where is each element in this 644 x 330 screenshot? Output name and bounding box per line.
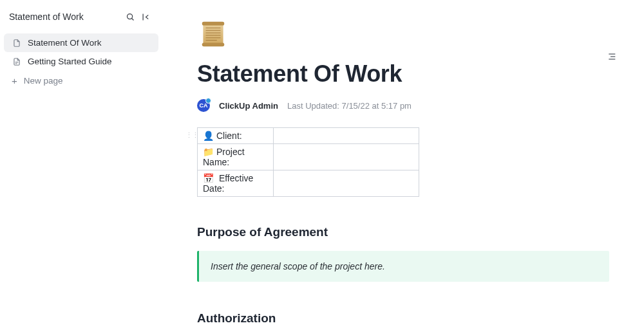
meta-cell-label[interactable]: 📁Project Name: [198, 144, 274, 170]
table-row[interactable]: 👤Client: [198, 128, 419, 144]
metadata-table[interactable]: 👤Client: 📁Project Name: 📅 Effective Date… [197, 127, 419, 197]
section-heading[interactable]: Authorization [197, 311, 609, 325]
new-page-button[interactable]: + New page [4, 72, 158, 89]
app-root: Statement of Work Statement Of Work Gett… [0, 0, 644, 330]
sidebar-item-label: Getting Started Guide [28, 57, 112, 66]
meta-cell-label[interactable]: 👤Client: [198, 128, 274, 144]
plus-icon: + [12, 76, 17, 86]
page-title[interactable]: Statement Of Work [197, 60, 609, 87]
svg-rect-11 [202, 42, 225, 46]
sidebar-list: Statement Of Work Getting Started Guide … [0, 31, 162, 92]
sidebar-item-getting-started[interactable]: Getting Started Guide [4, 52, 158, 71]
drag-handle-icon[interactable]: ⋮⋮ [185, 131, 198, 140]
meta-cell-value[interactable] [274, 170, 419, 197]
avatar[interactable]: CA [197, 99, 210, 112]
table-row[interactable]: 📁Project Name: [198, 144, 419, 170]
person-icon: 👤 [203, 131, 214, 141]
new-page-label: New page [24, 76, 63, 86]
page-meta: CA ClickUp Admin Last Updated: 7/15/22 a… [197, 99, 609, 112]
page-content: Statement Of Work CA ClickUp Admin Last … [197, 0, 609, 330]
svg-line-1 [131, 18, 133, 20]
meta-cell-value[interactable] [274, 144, 419, 170]
svg-rect-10 [202, 22, 225, 26]
author-name[interactable]: ClickUp Admin [219, 101, 278, 111]
page-emoji-scroll-icon[interactable] [198, 19, 228, 49]
collapse-sidebar-icon[interactable] [138, 9, 153, 24]
sidebar-item-label: Statement Of Work [28, 38, 102, 48]
section-heading[interactable]: Purpose of Agreement [197, 225, 609, 239]
workspace-title[interactable]: Statement of Work [9, 12, 122, 22]
svg-rect-9 [204, 23, 223, 46]
section-authorization: Authorization 👆 This is the section wher… [197, 311, 609, 330]
main-area: Statement Of Work CA ClickUp Admin Last … [162, 0, 644, 330]
meta-cell-value[interactable] [274, 128, 419, 144]
folder-icon: 📁 [203, 147, 214, 157]
callout-text: Insert the general scope of the project … [211, 260, 385, 273]
calendar-icon: 📅 [203, 173, 214, 183]
svg-point-0 [127, 14, 132, 19]
metadata-table-wrapper: ⋮⋮ 👤Client: 📁Project Name: 📅 Effective D… [197, 127, 609, 197]
table-row[interactable]: 📅 Effective Date: [198, 170, 419, 197]
doc-icon [12, 57, 21, 66]
callout-purpose[interactable]: Insert the general scope of the project … [197, 251, 609, 282]
sidebar-item-statement-of-work[interactable]: Statement Of Work [4, 33, 158, 52]
doc-icon [12, 38, 21, 48]
meta-cell-label[interactable]: 📅 Effective Date: [198, 170, 274, 197]
sidebar: Statement of Work Statement Of Work Gett… [0, 0, 162, 330]
search-icon[interactable] [122, 9, 138, 24]
section-purpose: Purpose of Agreement Insert the general … [197, 225, 609, 282]
last-updated: Last Updated: 7/15/22 at 5:17 pm [287, 101, 412, 111]
sidebar-header: Statement of Work [0, 0, 162, 31]
toc-icon[interactable] [604, 49, 620, 64]
